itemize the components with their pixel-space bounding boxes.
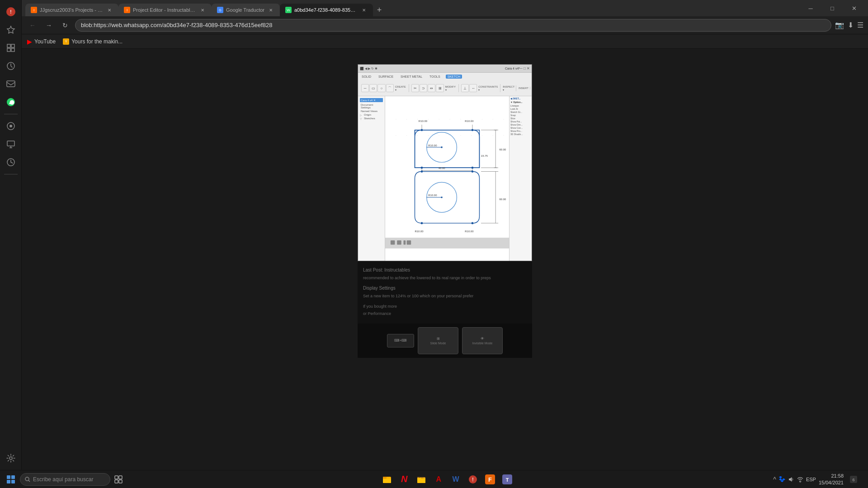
history-icon[interactable] [3,58,19,74]
tab-instructables-projects[interactable]: I JJgscruz2003's Projects - In... ✕ [25,4,118,16]
cad-inspect-label: INSPECT ▾ [503,85,514,91]
cad-sketchgr-label[interactable]: Sketch Gr... [510,111,531,113]
network-icon[interactable] [797,476,803,483]
messenger-icon[interactable] [3,76,19,92]
cad-circle-tool[interactable]: ○ [377,84,385,92]
bookmark-instructables-label: Yours for the makin... [71,38,123,45]
cad-slice-label[interactable]: Slice [510,117,531,120]
svg-rect-4 [7,48,10,52]
cad-pattern-tool[interactable]: ⊞ [436,84,443,92]
cad-origin-item[interactable]: ▷Origin [360,113,383,117]
tab-whatsapp-blob[interactable]: W a0bd34e7-f238-4089-8353-... ✕ [280,4,373,16]
cad-showpoi-label[interactable]: Show Poi... [510,120,531,123]
constraint-point-6 [472,170,474,173]
new-tab-button[interactable]: + [373,4,386,16]
cad-offset-tool[interactable]: ⊃ [420,84,427,92]
cad-showdim-label[interactable]: Show Dim... [510,123,531,126]
tab-close-2[interactable]: ✕ [199,6,206,14]
whatsapp-sidebar-icon[interactable] [3,94,19,110]
tab-google-translate[interactable]: G Google Traductor ✕ [212,4,280,16]
bookmark-youtube[interactable]: ▶ YouTube [27,38,56,45]
cad-mirror-tool[interactable]: ⇔ [428,84,435,92]
cad-trim-tool[interactable]: ✂ [411,84,419,92]
tab-close-1[interactable]: ✕ [106,6,113,14]
svg-point-26 [406,135,407,136]
settings-sidebar-icon[interactable] [3,450,19,466]
svg-text:R10.00: R10.00 [428,144,437,147]
cad-title-bar: ⬛ ◀ ▶ ↻ ✱ Cara 4 v4* ─ □ ✕ [358,65,532,73]
taskbar-app-netflix[interactable]: N [396,471,412,488]
cad-line-tool[interactable]: ─ [361,84,369,92]
cad-named-views[interactable]: Named Views [360,109,383,113]
notification-button[interactable]: 6 [846,472,861,487]
cad-showcon-label[interactable]: Show Con... [510,127,531,129]
cad-tab-solid[interactable]: SOLID [360,75,373,79]
cad-sketch-label: ◀ SKET... [510,97,531,100]
camera-icon[interactable]: 📷 [835,21,844,29]
taskbar-app-fusion[interactable]: F [482,471,498,488]
bookmark-instructables[interactable]: Y Yours for the makin... [63,38,123,45]
taskbar-app-autocad[interactable]: A [430,471,447,488]
taskbar-app-word[interactable]: W [448,471,464,488]
task-view-button[interactable] [112,473,125,486]
cad-3dshade-label[interactable]: 3D Shadin... [510,133,531,136]
svg-point-30 [449,135,450,136]
taskbar-search-bar[interactable]: Escribe aquí para buscar [20,473,110,486]
minimize-button[interactable]: ─ [800,0,821,16]
cad-tab-sketch[interactable]: SKETCH [446,75,462,79]
collections-icon[interactable] [3,40,19,56]
cad-rect-tool[interactable]: ▭ [369,84,377,92]
taskbar-app-folder[interactable] [413,471,429,488]
cad-snap-label[interactable]: Snap [510,114,531,117]
address-input[interactable] [75,19,831,32]
volume-icon[interactable] [788,476,794,483]
svg-point-19 [449,119,450,119]
cad-tab-tools[interactable]: TOOLS [428,75,442,79]
cad-constraints-label: CONSTRAINTS ▾ [478,85,499,91]
start-button[interactable] [4,472,18,487]
sidebar-toggle-icon[interactable]: ☰ [857,21,863,29]
cad-lookat-label[interactable]: Look At [510,108,531,110]
msg-line-8: or Performance [363,310,527,317]
taskbar-app-fileexplorer[interactable] [379,471,395,488]
forward-button[interactable]: → [42,19,55,32]
refresh-button[interactable]: ↻ [59,19,71,32]
cad-arc-tool[interactable]: ⌒ [386,84,394,92]
favorites-star-icon[interactable] [3,22,19,38]
back-button[interactable]: ← [26,19,39,32]
maximize-button[interactable]: □ [822,0,843,16]
tab-close-4[interactable]: ✕ [360,6,368,14]
taskbar-app-teams[interactable]: T [499,471,515,488]
tab-close-3[interactable]: ✕ [267,6,274,14]
clock-sidebar-icon[interactable] [3,154,19,170]
netflix-icon: N [401,474,407,484]
cad-doc-settings[interactable]: Document Settings [360,103,383,109]
taskbar-app-custom-red[interactable]: ! [465,471,481,488]
download-icon[interactable]: ⬇ [848,21,854,29]
bottom-text-icons: ⌨+⌨ [387,334,414,347]
dropbox-icon[interactable] [779,476,785,483]
cad-toolbar: SOLID SURFACE SHEET METAL TOOLS SKETCH ─… [358,73,532,96]
tray-chevron[interactable]: ^ [773,476,776,483]
cad-dim-tool[interactable]: ↔ [469,84,477,92]
discover-icon[interactable] [3,118,19,134]
monitor-icon[interactable] [3,136,19,152]
taskbar-search-icon [25,477,30,482]
cad-constraint-tool[interactable]: ⊥ [461,84,469,92]
cad-linetype-label[interactable]: Linetype [510,104,531,107]
cad-tab-sheetmetal[interactable]: SHEET METAL [399,75,424,79]
svg-point-18 [439,119,439,119]
cad-sketches-label: Sketches [363,117,376,120]
cad-sketches-item[interactable]: ▽Sketches [360,117,383,120]
cad-showpro-label[interactable]: Show Pro... [510,130,531,132]
tab-favicon-4: W [285,7,292,13]
close-button[interactable]: ✕ [844,0,864,16]
msg-line-7: If you bought more [363,303,527,310]
dim-40: 40.00 [439,167,446,169]
svg-point-31 [460,135,461,136]
tray-language: ESP [806,477,816,482]
svg-rect-7 [7,81,15,87]
svg-rect-68 [383,477,387,479]
tab-project-editor[interactable]: I Project Editor - Instructable... ✕ [118,4,212,16]
cad-tab-surface[interactable]: SURFACE [377,75,395,79]
